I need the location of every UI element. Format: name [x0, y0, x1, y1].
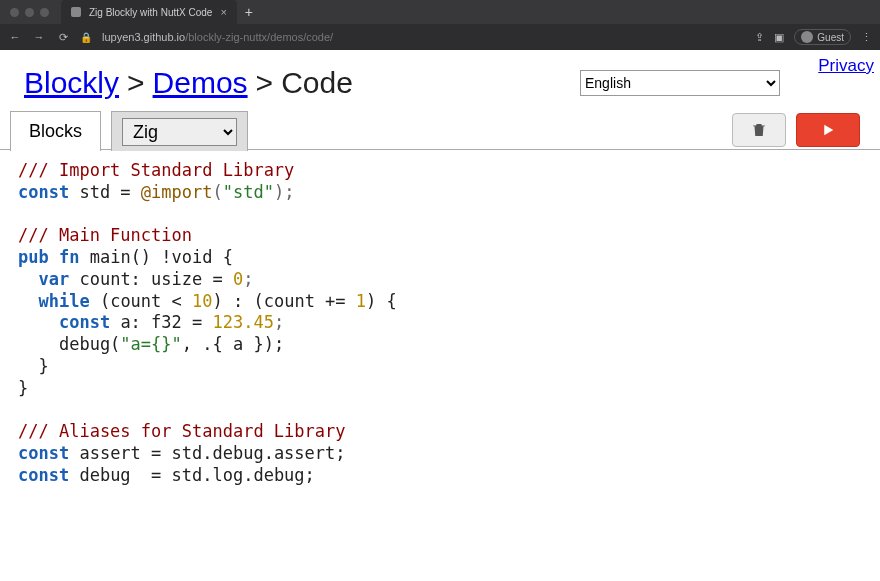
code-tok: debug = std.log.debug;	[69, 465, 315, 485]
code-tok: @import	[141, 182, 213, 202]
code-tok	[18, 291, 38, 311]
new-tab-button[interactable]: +	[245, 4, 253, 20]
favicon-icon	[71, 7, 81, 17]
code-line: /// Main Function	[18, 225, 192, 245]
code-tok	[18, 269, 38, 289]
code-line: /// Import Standard Library	[18, 160, 294, 180]
code-tok: 1	[356, 291, 366, 311]
extensions-icon[interactable]: ▣	[774, 31, 784, 44]
code-tok: a: f32 =	[110, 312, 212, 332]
tab-blocks[interactable]: Blocks	[10, 111, 101, 151]
code-tok	[49, 247, 59, 267]
code-line: /// Aliases for Standard Library	[18, 421, 346, 441]
url-text[interactable]: lupyen3.github.io/blockly-zig-nuttx/demo…	[102, 31, 333, 43]
code-tok: (	[213, 182, 223, 202]
code-tok: 0	[233, 269, 243, 289]
run-button[interactable]	[796, 113, 860, 147]
language-select-wrap: English	[580, 70, 780, 96]
crumb-sep: >	[127, 66, 145, 100]
forward-button[interactable]: →	[32, 31, 46, 43]
crumb-demos[interactable]: Demos	[153, 66, 248, 100]
code-tok: count: usize =	[69, 269, 233, 289]
crumb-code: Code	[281, 66, 353, 100]
code-tok: ) {	[366, 291, 397, 311]
titlebar: Zig Blockly with NuttX Code × +	[0, 0, 880, 24]
minimize-window-icon[interactable]	[25, 8, 34, 17]
profile-button[interactable]: Guest	[794, 29, 851, 45]
code-tok: const	[18, 182, 69, 202]
tab-title: Zig Blockly with NuttX Code	[89, 7, 212, 18]
code-tok: main() !void {	[79, 247, 233, 267]
code-tok	[18, 312, 59, 332]
close-window-icon[interactable]	[10, 8, 19, 17]
code-tok: ;	[274, 312, 284, 332]
privacy-link[interactable]: Privacy	[818, 56, 874, 76]
tab-bar: Blocks Zig	[0, 110, 880, 150]
page-content: Privacy Blockly > Demos > Code English B…	[0, 50, 880, 581]
code-tok: debug(	[18, 334, 120, 354]
trash-icon	[750, 121, 768, 139]
code-tok: pub	[18, 247, 49, 267]
code-tok: const	[18, 443, 69, 463]
toolbar-buttons	[732, 110, 880, 149]
profile-label: Guest	[817, 32, 844, 43]
chrome-right: ⇪ ▣ Guest ⋮	[755, 29, 872, 45]
code-tok: fn	[59, 247, 79, 267]
code-tok: while	[38, 291, 89, 311]
code-line: }	[18, 378, 28, 398]
code-tok: "a={}"	[120, 334, 181, 354]
code-tok: assert = std.debug.assert;	[69, 443, 345, 463]
code-tok: , .{ a });	[182, 334, 284, 354]
reload-button[interactable]: ⟳	[56, 31, 70, 44]
code-tok: );	[274, 182, 294, 202]
crumb-sep: >	[256, 66, 274, 100]
code-tok: var	[38, 269, 69, 289]
code-tok: const	[18, 465, 69, 485]
code-tok: 123.45	[213, 312, 274, 332]
avatar-icon	[801, 31, 813, 43]
url-path: /blockly-zig-nuttx/demos/code/	[185, 31, 333, 43]
maximize-window-icon[interactable]	[40, 8, 49, 17]
url-host: lupyen3.github.io	[102, 31, 185, 43]
crumb-blockly[interactable]: Blockly	[24, 66, 119, 100]
code-tok: (count <	[90, 291, 192, 311]
menu-icon[interactable]: ⋮	[861, 31, 872, 44]
share-icon[interactable]: ⇪	[755, 31, 764, 44]
address-bar: ← → ⟳ 🔒 lupyen3.github.io/blockly-zig-nu…	[0, 24, 880, 50]
trash-button[interactable]	[732, 113, 786, 147]
play-icon	[819, 121, 837, 139]
tab-close-icon[interactable]: ×	[220, 6, 226, 18]
lock-icon[interactable]: 🔒	[80, 32, 92, 43]
language-select[interactable]: English	[580, 70, 780, 96]
code-tok: ) : (count +=	[213, 291, 356, 311]
browser-chrome: Zig Blockly with NuttX Code × + ← → ⟳ 🔒 …	[0, 0, 880, 50]
back-button[interactable]: ←	[8, 31, 22, 43]
code-tok: std =	[69, 182, 141, 202]
code-tok: const	[59, 312, 110, 332]
tab-code-lang: Zig	[111, 111, 248, 151]
window-controls	[10, 8, 49, 17]
browser-tab[interactable]: Zig Blockly with NuttX Code ×	[61, 0, 237, 24]
code-language-select[interactable]: Zig	[122, 118, 237, 146]
code-view: /// Import Standard Library const std = …	[0, 150, 880, 496]
code-tok: 10	[192, 291, 212, 311]
code-line: }	[18, 356, 49, 376]
code-tok: "std"	[223, 182, 274, 202]
code-tok: ;	[243, 269, 253, 289]
